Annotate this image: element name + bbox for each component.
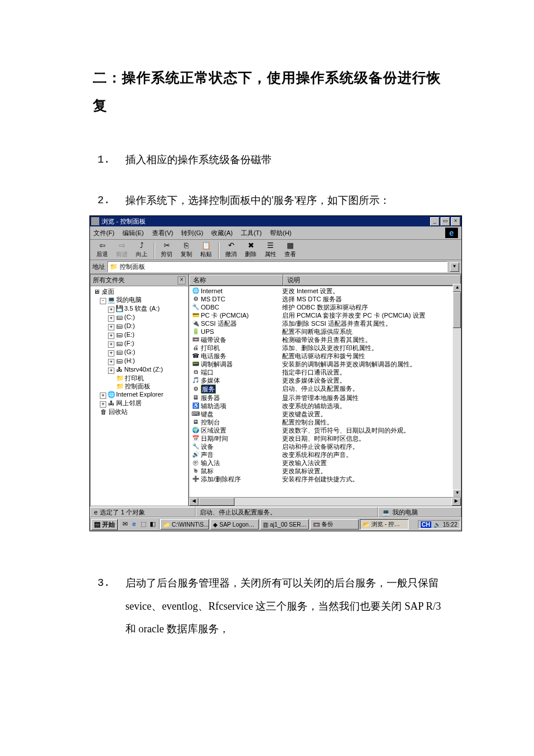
- tree-node[interactable]: +🖧网上邻居: [92, 399, 187, 408]
- scroll-right-button[interactable]: ▶: [452, 498, 461, 506]
- scroll-thumb[interactable]: [453, 292, 461, 328]
- list-item[interactable]: ㊥输入法更改输入法设置: [189, 459, 461, 467]
- views-button[interactable]: ▦查看: [280, 241, 300, 258]
- quicklaunch-icon[interactable]: ✉: [121, 520, 129, 528]
- list-item[interactable]: 🖥控制台配置控制台属性。: [189, 418, 461, 426]
- list-item[interactable]: 🔋UPS配置不间断电源供应系统: [189, 327, 461, 336]
- column-header-name[interactable]: 名称: [189, 275, 283, 286]
- list-item[interactable]: 📅日期/时间更改日期、时间和时区信息。: [189, 434, 461, 442]
- scroll-up-button[interactable]: ▲: [453, 284, 461, 292]
- tree-node[interactable]: +🖴(E:): [92, 330, 187, 339]
- maximize-button[interactable]: ▭: [441, 217, 450, 226]
- vertical-scrollbar[interactable]: ▲ ▼: [453, 284, 461, 498]
- list-item[interactable]: 🔧ODBC维护 ODBC 数据源和驱动程序: [189, 303, 461, 311]
- tree-node[interactable]: +🖴(F:): [92, 339, 187, 348]
- menu-file[interactable]: 文件(F): [93, 229, 114, 237]
- delete-button[interactable]: ✖删除: [241, 241, 261, 258]
- tree-node[interactable]: +🖴(D:): [92, 322, 187, 330]
- taskbar-task[interactable]: ▥aj1_00 SER…: [260, 519, 309, 530]
- list-item[interactable]: 📼磁带设备检测磁带设备并且查看其属性。: [189, 336, 461, 344]
- tree-node[interactable]: 📁控制面板: [92, 382, 187, 390]
- minimize-button[interactable]: _: [430, 217, 439, 226]
- start-button[interactable]: ▤ 开始: [91, 519, 118, 530]
- close-button[interactable]: ×: [451, 217, 460, 226]
- list-item[interactable]: 🌍区域设置更改数字、货币符号、日期以及时间的外观。: [189, 426, 461, 434]
- close-tree-button[interactable]: ×: [178, 276, 186, 285]
- scroll-down-button[interactable]: ▼: [453, 489, 461, 498]
- menu-goto[interactable]: 转到(G): [181, 229, 203, 237]
- list-item[interactable]: ➕添加/删除程序安装程序并创建快捷方式。: [189, 475, 461, 483]
- menu-view[interactable]: 查看(V): [152, 229, 174, 237]
- list-item[interactable]: 🌐Internet更改 Internet 设置。: [189, 287, 461, 295]
- list-item[interactable]: 🎵多媒体更改多媒体设备设置。: [189, 376, 461, 384]
- undo-button[interactable]: ↶撤消: [221, 241, 241, 258]
- column-header-desc[interactable]: 说明: [283, 275, 461, 286]
- list-item[interactable]: ⧉端口指定串行口通讯设置。: [189, 368, 461, 376]
- menu-help[interactable]: 帮助(H): [270, 229, 291, 237]
- copy-button[interactable]: ⎘复制: [176, 241, 196, 258]
- address-input[interactable]: 📁 控制面板: [107, 261, 448, 272]
- tree-node[interactable]: +🖴(G:): [92, 348, 187, 357]
- list-item[interactable]: ♿辅助选项改变系统的辅助选项。: [189, 402, 461, 410]
- window-titlebar[interactable]: 浏览 - 控制面板 _ ▭ ×: [90, 216, 461, 226]
- status-location: 我的电脑: [392, 509, 418, 516]
- window-title: 浏览 - 控制面板: [102, 217, 430, 226]
- tree-node[interactable]: +🌐Internet Explorer: [92, 390, 187, 399]
- step-number: 2.: [93, 189, 125, 213]
- paste-button[interactable]: 📋粘贴: [196, 241, 216, 258]
- tree-title: 所有文件夹: [93, 276, 125, 285]
- quicklaunch-icon[interactable]: ⬚: [139, 520, 147, 528]
- properties-button[interactable]: ☰属性: [261, 241, 280, 258]
- address-dropdown-button[interactable]: ▼: [450, 262, 459, 272]
- list-item[interactable]: 🔧设备启动和停止设备驱动程序。: [189, 442, 461, 451]
- tree-node[interactable]: -💻我的电脑: [92, 296, 187, 304]
- tree-node[interactable]: 🗑回收站: [92, 408, 187, 416]
- back-button[interactable]: ⇦后退: [92, 241, 112, 258]
- tree-node[interactable]: 📁打印机: [92, 374, 187, 382]
- menu-edit[interactable]: 编辑(E): [122, 229, 144, 237]
- list-item[interactable]: 💳PC 卡 (PCMCIA)启用 PCMCIA 套接字并改变 PC 卡 (PCM…: [189, 311, 461, 319]
- scroll-left-button[interactable]: ◀: [189, 498, 199, 506]
- clock[interactable]: 15:22: [443, 521, 457, 528]
- status-bar: e选定了 1 个对象 启动、停止以及配置服务。 💻我的电脑: [90, 506, 461, 517]
- step-2: 2. 操作系统下，选择控制面板中的'服务'程序，如下图所示：: [93, 189, 441, 213]
- list-item[interactable]: 🔌SCSI 适配器添加/删除 SCSI 适配器并查看其属性。: [189, 319, 461, 327]
- tree-node[interactable]: +🖴(C:): [92, 313, 187, 322]
- list-item[interactable]: ☎电话服务配置电话驱动程序和拨号属性: [189, 352, 461, 360]
- list-item[interactable]: 🖱鼠标更改鼠标设置。: [189, 467, 461, 475]
- tree-node[interactable]: +💾3.5 软盘 (A:): [92, 304, 187, 313]
- cut-button[interactable]: ✂剪切: [157, 241, 176, 258]
- folder-icon: 📁: [110, 263, 118, 271]
- toolbar-separator: [218, 242, 219, 258]
- menu-tools[interactable]: 工具(T): [241, 229, 262, 237]
- tree-node[interactable]: +🖴(H:): [92, 357, 187, 365]
- menu-fav[interactable]: 收藏(A): [211, 229, 233, 237]
- up-button[interactable]: ⤴向上: [132, 241, 151, 258]
- list-item[interactable]: ⚙服务启动、停止以及配置服务。: [189, 384, 461, 394]
- quick-launch: ✉ e ⬚ ◧: [121, 520, 157, 528]
- list-item[interactable]: ⌨键盘更改键盘设置。: [189, 410, 461, 418]
- quicklaunch-ie-icon[interactable]: e: [130, 520, 138, 528]
- tree-node[interactable]: +🖧Ntsrv40xt (Z:): [92, 365, 187, 374]
- taskbar: ▤ 开始 ✉ e ⬚ ◧ 📁C:\WINNT\S...◆SAP Logon…▥a…: [90, 517, 461, 531]
- list-item[interactable]: 📟调制解调器安装新的调制解调器并更改调制解调器的属性。: [189, 360, 461, 368]
- taskbar-task[interactable]: 📼备份: [310, 519, 359, 530]
- ime-indicator[interactable]: CH: [421, 521, 431, 528]
- taskbar-task[interactable]: ◆SAP Logon…: [210, 519, 259, 530]
- status-selection: 选定了 1 个对象: [100, 509, 145, 516]
- scroll-thumb[interactable]: [199, 498, 234, 506]
- volume-icon[interactable]: 🔊: [434, 521, 441, 528]
- step-1: 1. 插入相应的操作系统级备份磁带: [93, 149, 441, 172]
- status-description: 启动、停止以及配置服务。: [200, 509, 276, 516]
- taskbar-task[interactable]: 📁C:\WINNT\S...: [160, 519, 209, 530]
- windows-flag-icon: ▤: [94, 520, 100, 528]
- list-item[interactable]: 🔊声音改变系统和程序的声音。: [189, 451, 461, 459]
- list-item[interactable]: 🖥服务器显示并管理本地服务器属性: [189, 394, 461, 402]
- quicklaunch-icon[interactable]: ◧: [149, 520, 157, 528]
- address-bar: 地址 📁 控制面板 ▼: [90, 260, 461, 274]
- taskbar-task[interactable]: 📂浏览 - 控…: [360, 519, 409, 530]
- list-item[interactable]: 🖨打印机添加、删除以及更改打印机属性。: [189, 344, 461, 352]
- list-item[interactable]: ⚙MS DTC选择 MS DTC 服务器: [189, 295, 461, 303]
- horizontal-scrollbar[interactable]: ◀ ▶: [189, 497, 461, 506]
- tree-node[interactable]: 🖥桌面: [92, 287, 187, 296]
